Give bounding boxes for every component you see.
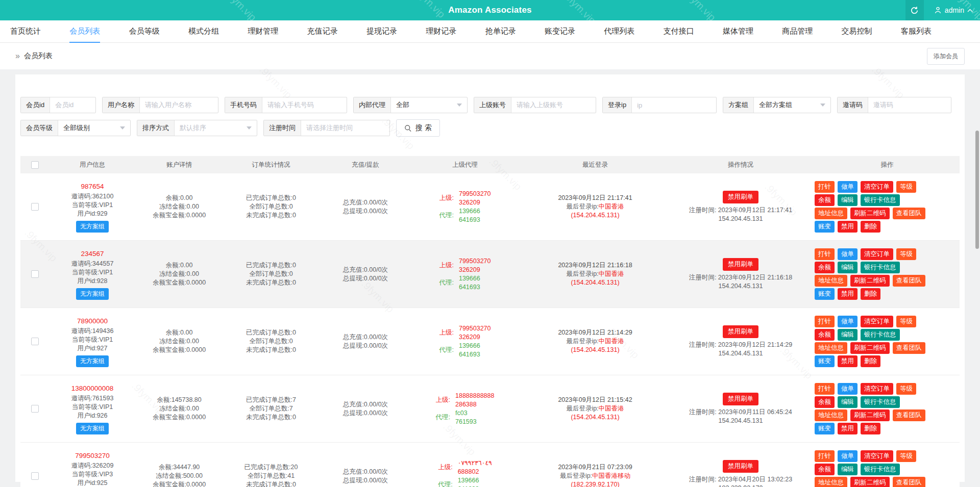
action-button[interactable]: 地址信息 bbox=[815, 342, 847, 354]
nav-tab-理财记录[interactable]: 理财记录 bbox=[426, 20, 456, 43]
action-button[interactable]: 清空订单 bbox=[861, 181, 893, 193]
nav-tab-理财管理[interactable]: 理财管理 bbox=[248, 20, 278, 43]
action-button[interactable]: 刷新二维码 bbox=[850, 275, 890, 287]
refresh-button[interactable] bbox=[905, 0, 924, 20]
action-button[interactable]: 账变 bbox=[815, 288, 835, 300]
action-button[interactable]: 禁用 bbox=[838, 288, 857, 300]
action-button[interactable]: 禁用 bbox=[838, 221, 857, 233]
action-button[interactable]: 删除 bbox=[861, 423, 880, 434]
action-button[interactable]: 删除 bbox=[861, 221, 880, 233]
ban-brush-order-button[interactable]: 禁用刷单 bbox=[723, 191, 758, 203]
action-button[interactable]: 做单 bbox=[838, 316, 857, 327]
nav-tab-抢单记录[interactable]: 抢单记录 bbox=[485, 20, 516, 43]
nav-tab-首页统计[interactable]: 首页统计 bbox=[10, 20, 41, 43]
plan-group-tag[interactable]: 无方案组 bbox=[76, 423, 109, 434]
ban-brush-order-button[interactable]: 禁用刷单 bbox=[723, 325, 758, 338]
row-checkbox[interactable] bbox=[31, 270, 39, 278]
action-button[interactable]: 查看团队 bbox=[893, 342, 925, 354]
action-button[interactable]: 打针 bbox=[815, 248, 835, 260]
plan-group-tag[interactable]: 无方案组 bbox=[76, 355, 109, 367]
vertical-scrollbar[interactable] bbox=[975, 0, 979, 487]
action-button[interactable]: 等级 bbox=[896, 248, 916, 260]
nav-tab-充值记录[interactable]: 充值记录 bbox=[307, 20, 338, 43]
action-button[interactable]: 编辑 bbox=[838, 396, 857, 408]
nav-tab-会员列表[interactable]: 会员列表 bbox=[69, 20, 100, 43]
filter-input[interactable]: 会员id bbox=[50, 97, 95, 113]
action-button[interactable]: 账变 bbox=[815, 423, 835, 434]
filter-input[interactable]: 请输入用户名称 bbox=[140, 97, 218, 113]
action-button[interactable]: 打针 bbox=[815, 181, 835, 193]
add-member-button[interactable]: 添加会员 bbox=[927, 48, 965, 65]
action-button[interactable]: 打针 bbox=[815, 450, 835, 462]
select-all-checkbox[interactable] bbox=[31, 161, 39, 169]
scrollbar-thumb[interactable] bbox=[975, 131, 979, 249]
action-button[interactable]: 做单 bbox=[838, 181, 857, 193]
action-button[interactable]: 做单 bbox=[838, 383, 857, 395]
row-checkbox[interactable] bbox=[31, 203, 39, 211]
filter-input[interactable]: 请输入手机号码 bbox=[262, 97, 347, 113]
nav-tab-代理列表[interactable]: 代理列表 bbox=[604, 20, 634, 43]
action-button[interactable]: 刷新二维码 bbox=[850, 477, 890, 487]
action-button[interactable]: 账变 bbox=[815, 221, 835, 233]
filter-select[interactable]: 全部 bbox=[391, 97, 467, 113]
action-button[interactable]: 账变 bbox=[815, 355, 835, 367]
action-button[interactable]: 编辑 bbox=[838, 194, 857, 206]
action-button[interactable]: 做单 bbox=[838, 450, 857, 462]
action-button[interactable]: 等级 bbox=[896, 316, 916, 327]
action-button[interactable]: 地址信息 bbox=[815, 477, 847, 487]
ban-brush-order-button[interactable]: 禁用刷单 bbox=[723, 258, 758, 271]
action-button[interactable]: 查看团队 bbox=[893, 477, 925, 487]
row-checkbox[interactable] bbox=[31, 472, 39, 480]
action-button[interactable]: 清空订单 bbox=[861, 450, 893, 462]
nav-tab-提现记录[interactable]: 提现记录 bbox=[366, 20, 397, 43]
action-button[interactable]: 查看团队 bbox=[893, 275, 925, 287]
action-button[interactable]: 编辑 bbox=[838, 464, 857, 475]
action-button[interactable]: 余额 bbox=[815, 396, 835, 408]
row-checkbox[interactable] bbox=[31, 338, 39, 345]
search-button[interactable]: 搜 索 bbox=[396, 119, 440, 137]
action-button[interactable]: 余额 bbox=[815, 464, 835, 475]
ban-brush-order-button[interactable]: 禁用刷单 bbox=[723, 460, 758, 473]
action-button[interactable]: 做单 bbox=[838, 248, 857, 260]
action-button[interactable]: 刷新二维码 bbox=[850, 342, 890, 354]
action-button[interactable]: 地址信息 bbox=[815, 275, 847, 287]
nav-tab-支付接口[interactable]: 支付接口 bbox=[664, 20, 694, 43]
action-button[interactable]: 打针 bbox=[815, 316, 835, 327]
action-button[interactable]: 删除 bbox=[861, 288, 880, 300]
action-button[interactable]: 清空订单 bbox=[861, 248, 893, 260]
plan-group-tag[interactable]: 无方案组 bbox=[76, 221, 109, 233]
row-checkbox[interactable] bbox=[31, 405, 39, 413]
nav-tab-媒体管理[interactable]: 媒体管理 bbox=[723, 20, 753, 43]
action-button[interactable]: 编辑 bbox=[838, 329, 857, 341]
action-button[interactable]: 等级 bbox=[896, 181, 916, 193]
action-button[interactable]: 打针 bbox=[815, 383, 835, 395]
action-button[interactable]: 清空订单 bbox=[861, 316, 893, 327]
action-button[interactable]: 地址信息 bbox=[815, 208, 847, 219]
action-button[interactable]: 刷新二维码 bbox=[850, 208, 890, 219]
username-link[interactable]: 987654 bbox=[49, 182, 136, 191]
action-button[interactable]: 银行卡信息 bbox=[861, 329, 900, 341]
action-button[interactable]: 查看团队 bbox=[893, 208, 925, 219]
action-button[interactable]: 银行卡信息 bbox=[861, 262, 900, 273]
action-button[interactable]: 查看团队 bbox=[893, 409, 925, 421]
username-link[interactable]: 78900000 bbox=[49, 316, 136, 326]
action-button[interactable]: 删除 bbox=[861, 355, 880, 367]
nav-tab-商品管理[interactable]: 商品管理 bbox=[782, 20, 813, 43]
filter-input[interactable]: 邀请码 bbox=[868, 97, 951, 113]
action-button[interactable]: 地址信息 bbox=[815, 409, 847, 421]
nav-tab-客服列表[interactable]: 客服列表 bbox=[901, 20, 932, 43]
action-button[interactable]: 禁用 bbox=[838, 423, 857, 434]
filter-input[interactable]: 请选择注册时间 bbox=[301, 120, 389, 136]
ban-brush-order-button[interactable]: 禁用刷单 bbox=[723, 393, 758, 405]
action-button[interactable]: 余额 bbox=[815, 194, 835, 206]
action-button[interactable]: 清空订单 bbox=[861, 383, 893, 395]
action-button[interactable]: 刷新二维码 bbox=[850, 409, 890, 421]
action-button[interactable]: 余额 bbox=[815, 262, 835, 273]
filter-input[interactable]: 请输入上级账号 bbox=[511, 97, 596, 113]
plan-group-tag[interactable]: 无方案组 bbox=[76, 288, 109, 300]
username-link[interactable]: 13800000008 bbox=[49, 383, 136, 393]
filter-select[interactable]: 全部方案组 bbox=[754, 97, 830, 113]
action-button[interactable]: 编辑 bbox=[838, 262, 857, 273]
action-button[interactable]: 等级 bbox=[896, 383, 916, 395]
nav-tab-账变记录[interactable]: 账变记录 bbox=[545, 20, 575, 43]
